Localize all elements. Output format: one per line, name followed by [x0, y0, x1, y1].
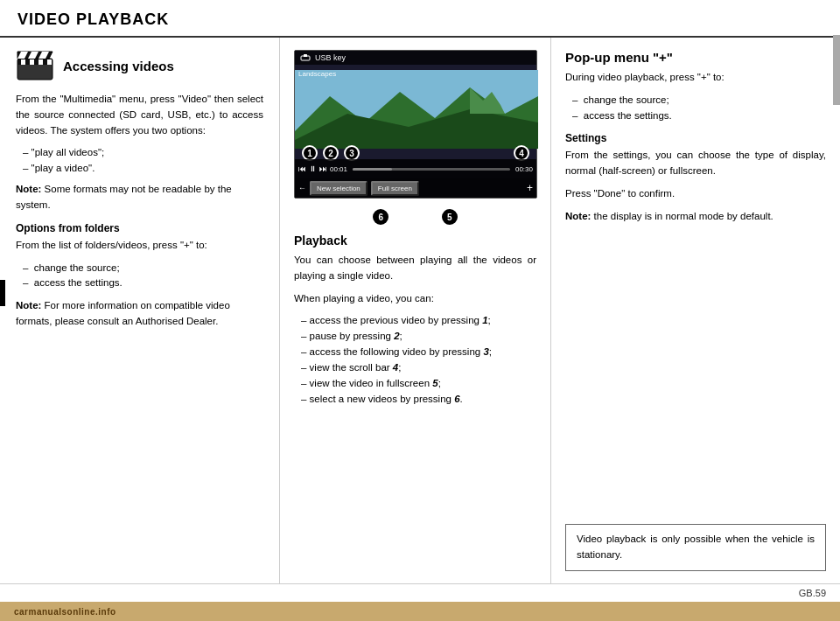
left-note2: Note: For more information on compatible…: [16, 298, 263, 330]
usb-icon: [300, 53, 311, 62]
control-bar: ⏮ ⏸ ⏭ 00:01 00:30: [295, 159, 536, 178]
pause-btn[interactable]: ⏸: [309, 164, 317, 173]
svg-rect-2: [21, 59, 25, 65]
num-circle-5: 5: [442, 209, 458, 225]
playback-list2: – pause by pressing 2;: [294, 329, 536, 345]
svg-rect-5: [47, 59, 52, 65]
time-total: 00:30: [515, 165, 533, 173]
landscape-bg: [295, 70, 536, 149]
settings-heading: Settings: [565, 132, 826, 144]
playback-title: Playback: [294, 234, 536, 248]
page-title: VIDEO PLAYBACK: [18, 10, 169, 28]
right-top: Pop-up menu "+" During video playback, p…: [565, 50, 826, 230]
left-list2-item1: – change the source;: [16, 261, 263, 276]
playback-list3: – access the following video by pressing…: [294, 345, 536, 360]
right-column: Pop-up menu "+" During video playback, p…: [551, 38, 840, 583]
playback-list4: – view the scroll bar 4;: [294, 360, 536, 376]
bottom-bar: ← New selection Full screen +: [295, 178, 536, 198]
section-title: Accessing videos: [63, 59, 174, 73]
watermark-bar: carmanualsonline.info: [0, 602, 840, 621]
section-header: Accessing videos: [16, 50, 263, 81]
page-number: GB.59: [799, 588, 826, 598]
popup-title: Pop-up menu "+": [565, 50, 826, 65]
circle-labels-below: 6 5: [294, 209, 536, 225]
main-content: Accessing videos From the "Multimedia" m…: [0, 38, 840, 583]
right-list1-item2: – access the settings.: [565, 108, 826, 124]
right-note: Note: the display is in normal mode by d…: [565, 209, 826, 225]
num-circle-6: 6: [373, 209, 388, 225]
bottom-note-box: Video playback is only possible when the…: [565, 524, 826, 571]
right-body3: Press "Done" to confirm.: [565, 186, 826, 202]
video-player: USB key Landscapes: [294, 50, 537, 199]
plus-btn[interactable]: +: [527, 182, 533, 194]
middle-body1: You can choose between playing all the v…: [294, 253, 536, 284]
watermark-text: carmanualsonline.info: [14, 607, 116, 617]
page-number-area: GB.59: [0, 583, 840, 602]
left-list1-item1: – "play all videos";: [16, 145, 263, 161]
back-arrow-btn[interactable]: ←: [298, 184, 306, 192]
right-body1: During video playback, press "+" to:: [565, 70, 826, 86]
next-btn[interactable]: ⏭: [319, 164, 327, 173]
left-list1-item2: – "play a video".: [16, 161, 263, 177]
svg-rect-11: [304, 54, 307, 57]
left-note1: Note: Some formats may not be readable b…: [16, 182, 263, 213]
page-container: VIDEO PLAYBACK: [0, 0, 840, 621]
sidebar-accent: [833, 35, 840, 105]
playback-list1: – access the previous video by pressing …: [294, 313, 536, 329]
landscape-svg: [295, 70, 538, 149]
page-header: VIDEO PLAYBACK: [0, 0, 840, 38]
landscape-label: Landscapes: [298, 70, 336, 78]
playback-list5: – view the video in fullscreen 5;: [294, 376, 536, 392]
left-body2: From the list of folders/videos, press "…: [16, 238, 263, 254]
svg-rect-4: [38, 59, 43, 65]
left-list2-item2: – access the settings.: [16, 276, 263, 291]
right-list1-item1: – change the source;: [565, 93, 826, 108]
bottom-note-text: Video playback is only possible when the…: [577, 532, 815, 563]
svg-rect-3: [30, 59, 34, 65]
options-heading: Options from folders: [16, 222, 263, 234]
left-sidebar-bar: [0, 280, 5, 306]
full-screen-btn[interactable]: Full screen: [371, 181, 419, 196]
middle-body2: When playing a video, you can:: [294, 291, 536, 307]
middle-column: USB key Landscapes: [280, 38, 551, 583]
right-body2: From the settings, you can choose the ty…: [565, 148, 826, 179]
video-top-bar: USB key: [295, 51, 536, 65]
left-column: Accessing videos From the "Multimedia" m…: [0, 38, 280, 583]
new-selection-btn[interactable]: New selection: [310, 181, 368, 196]
usb-label: USB key: [315, 53, 346, 62]
clapper-icon: [16, 50, 54, 81]
left-body1: From the "Multimedia" menu, press "Video…: [16, 92, 263, 138]
playback-list6: – select a new videos by pressing 6.: [294, 392, 536, 408]
time-elapsed: 00:01: [330, 165, 347, 173]
prev-btn[interactable]: ⏮: [298, 164, 306, 173]
progress-fill: [353, 168, 392, 171]
progress-bar[interactable]: [353, 168, 510, 171]
